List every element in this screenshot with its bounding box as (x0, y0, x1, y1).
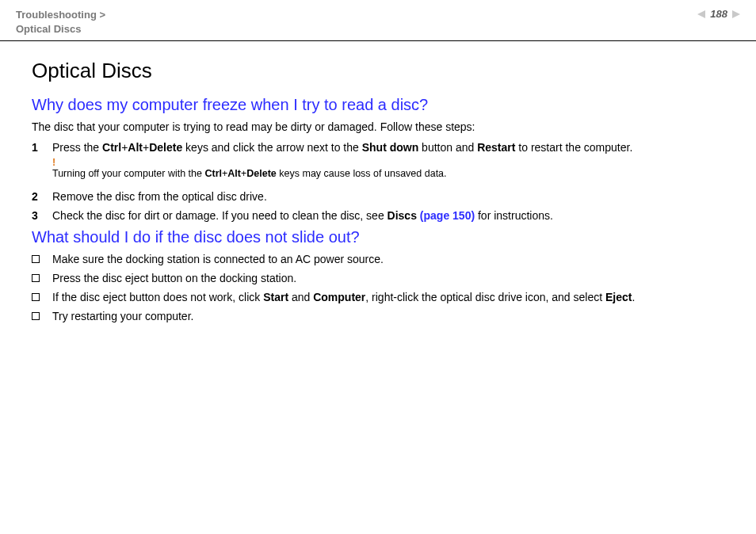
text: Press the (52, 141, 102, 154)
page-content: Optical Discs Why does my computer freez… (0, 41, 756, 337)
item-text: If the disc eject button does not work, … (52, 291, 635, 303)
bullet-icon (32, 255, 40, 263)
list-item: Try restarting your computer. (32, 310, 724, 322)
text: to restart the computer. (515, 141, 632, 154)
breadcrumb-line2: Optical Discs (16, 22, 105, 36)
text: button and (418, 141, 477, 154)
key-ctrl: Ctrl (204, 168, 222, 179)
step-number: 3 (32, 209, 52, 222)
page-title: Optical Discs (32, 59, 724, 83)
breadcrumb: Troubleshooting > Optical Discs (16, 8, 105, 36)
steps-list: 1 Press the Ctrl+Alt+Delete keys and cli… (32, 141, 724, 222)
page-number: 188 (708, 8, 729, 20)
page-nav: 188 (697, 8, 740, 20)
bold-computer: Computer (313, 291, 365, 303)
bold-shutdown: Shut down (362, 141, 419, 154)
key-alt: Alt (227, 168, 241, 179)
step-body: Remove the disc from the optical disc dr… (52, 190, 724, 203)
key-delete: Delete (149, 141, 182, 154)
item-text: Try restarting your computer. (52, 310, 193, 322)
step-3: 3 Check the disc for dirt or damage. If … (32, 209, 724, 222)
bullet-icon (32, 274, 40, 282)
step-number: 1 (32, 141, 52, 154)
bullet-icon (32, 293, 40, 301)
next-page-icon[interactable] (732, 10, 740, 18)
bold-start: Start (263, 291, 288, 303)
step-number: 2 (32, 190, 52, 203)
item-text: Make sure the docking station is connect… (52, 253, 384, 265)
text: , right-click the optical disc drive ico… (365, 291, 605, 303)
warning-icon: ! (52, 157, 55, 168)
bullet-list: Make sure the docking station is connect… (32, 253, 724, 322)
question-1-intro: The disc that your computer is trying to… (32, 120, 724, 133)
list-item: If the disc eject button does not work, … (32, 291, 724, 303)
text: and (288, 291, 313, 303)
breadcrumb-line1: Troubleshooting > (16, 8, 105, 22)
key-ctrl: Ctrl (102, 141, 121, 154)
text: Turning off your computer with the (52, 168, 204, 179)
step-1: 1 Press the Ctrl+Alt+Delete keys and cli… (32, 141, 724, 184)
text: for instructions. (475, 209, 553, 222)
text: If the disc eject button does not work, … (52, 291, 263, 303)
step-body: Press the Ctrl+Alt+Delete keys and click… (52, 141, 724, 184)
page-link[interactable]: (page 150) (420, 209, 475, 222)
text: keys and click the arrow next to the (182, 141, 361, 154)
bold-eject: Eject (605, 291, 632, 303)
text: + (143, 141, 149, 154)
text: . (632, 291, 635, 303)
text: keys may cause loss of unsaved data. (277, 168, 447, 179)
key-alt: Alt (128, 141, 143, 154)
question-1-heading: Why does my computer freeze when I try t… (32, 96, 724, 114)
bold-discs: Discs (388, 209, 420, 222)
prev-page-icon[interactable] (697, 10, 705, 18)
item-text: Press the disc eject button on the docki… (52, 272, 296, 284)
step-body: Check the disc for dirt or damage. If yo… (52, 209, 724, 222)
bullet-icon (32, 312, 40, 320)
question-2-heading: What should I do if the disc does not sl… (32, 228, 724, 246)
warning-note: ! Turning off your computer with the Ctr… (52, 157, 724, 179)
list-item: Press the disc eject button on the docki… (32, 272, 724, 284)
list-item: Make sure the docking station is connect… (32, 253, 724, 265)
key-delete: Delete (246, 168, 277, 179)
page-header: Troubleshooting > Optical Discs 188 (0, 0, 756, 41)
step-2: 2 Remove the disc from the optical disc … (32, 190, 724, 203)
text: Check the disc for dirt or damage. If yo… (52, 209, 388, 222)
bold-restart: Restart (477, 141, 515, 154)
